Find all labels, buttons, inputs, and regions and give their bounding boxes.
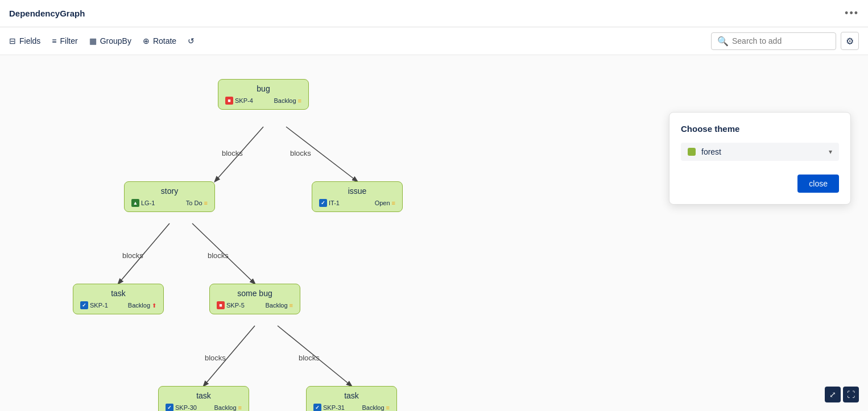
up-icon-task1: ⬆ [152, 302, 156, 309]
more-menu-button[interactable]: ••• [845, 7, 859, 19]
badge-icon-blue: ✓ [319, 199, 327, 207]
fields-label: Fields [19, 36, 40, 45]
svg-line-3 [192, 223, 255, 284]
filter-button[interactable]: ≡ Filter [52, 34, 77, 48]
svg-line-5 [278, 326, 352, 386]
node-somebug-title: some bug [217, 289, 293, 298]
node-task2-badge: ✓ SKP-30 [166, 404, 197, 411]
node-task2-id: SKP-30 [175, 404, 197, 411]
toolbar-right: 🔍 ⚙ [711, 32, 859, 50]
toolbar: ⊟ Fields ≡ Filter ▦ GroupBy ⊕ Rotate ↺ 🔍… [0, 27, 868, 55]
groupby-button[interactable]: ▦ GroupBy [89, 34, 131, 48]
badge-icon-blue-task2: ✓ [166, 404, 173, 411]
edge-label-bug-story: blocks [222, 149, 243, 157]
badge-icon-blue-task3: ✓ [313, 404, 321, 411]
node-task2-footer: ✓ SKP-30 Backlog ≡ [166, 404, 242, 411]
node-bug-id: SKP-4 [235, 97, 253, 104]
node-bug-title: bug [225, 84, 301, 93]
node-bug-status-text: Backlog [274, 97, 296, 104]
node-task3[interactable]: task ✓ SKP-31 Backlog ≡ [306, 386, 397, 411]
theme-panel-title: Choose theme [681, 124, 839, 134]
node-task2[interactable]: task ✓ SKP-30 Backlog ≡ [158, 386, 249, 411]
node-task2-status-text: Backlog [214, 404, 236, 411]
node-bug-status: Backlog ≡ [274, 97, 301, 104]
node-task3-status: Backlog ≡ [362, 404, 390, 411]
refresh-icon: ↺ [188, 36, 195, 45]
node-issue-status-text: Open [375, 200, 390, 206]
fullscreen-button[interactable]: ⛶ [843, 387, 859, 402]
header: DependencyGraph ••• [0, 0, 868, 27]
close-button[interactable]: close [797, 175, 839, 193]
node-task3-badge: ✓ SKP-31 [313, 404, 345, 411]
node-task1-status: Backlog ⬆ [128, 302, 156, 309]
theme-color-dot [688, 148, 696, 156]
chevron-down-icon: ▾ [829, 148, 832, 156]
zoom-controls: ⤢ ⛶ [825, 387, 859, 402]
graph-canvas: blocks blocks blocks blocks blocks block… [0, 55, 868, 411]
lines-icon-issue: ≡ [392, 200, 395, 206]
fields-button[interactable]: ⊟ Fields [9, 34, 40, 48]
lines-icon-task3: ≡ [386, 404, 390, 411]
node-bug[interactable]: bug ■ SKP-4 Backlog ≡ [218, 79, 309, 110]
svg-line-2 [118, 223, 170, 284]
node-story-title: story [131, 186, 208, 196]
node-task2-title: task [166, 391, 242, 400]
node-somebug-status: Backlog ≡ [265, 302, 293, 309]
node-story[interactable]: story ▲ LG-1 To Do ≡ [124, 181, 215, 212]
badge-icon-green: ▲ [131, 199, 139, 207]
lines-icon-task2: ≡ [238, 404, 242, 411]
lines-icon-story: ≡ [204, 200, 208, 206]
node-issue-badge: ✓ IT-1 [319, 199, 340, 207]
node-task1-badge: ✓ SKP-1 [80, 301, 108, 309]
node-story-footer: ▲ LG-1 To Do ≡ [131, 199, 208, 207]
fields-icon: ⊟ [9, 36, 16, 45]
node-issue[interactable]: issue ✓ IT-1 Open ≡ [312, 181, 403, 212]
header-left: DependencyGraph [9, 9, 85, 18]
node-somebug[interactable]: some bug ■ SKP-5 Backlog ≡ [209, 284, 300, 314]
badge-icon-red-somebug: ■ [217, 301, 225, 309]
refresh-button[interactable]: ↺ [188, 34, 195, 48]
node-issue-id: IT-1 [329, 200, 340, 206]
node-bug-badge: ■ SKP-4 [225, 97, 253, 105]
node-story-id: LG-1 [141, 200, 155, 206]
node-task3-id: SKP-31 [323, 404, 345, 411]
search-box[interactable]: 🔍 [711, 32, 836, 50]
node-somebug-id: SKP-5 [226, 302, 245, 309]
node-story-status-text: To Do [186, 200, 202, 206]
edge-label-story-somebug: blocks [208, 251, 229, 260]
theme-select-label: forest [701, 147, 823, 156]
lines-icon-somebug: ≡ [290, 302, 293, 309]
search-icon: 🔍 [717, 36, 729, 47]
node-story-badge: ▲ LG-1 [131, 199, 155, 207]
edge-label-somebug-task2: blocks [205, 354, 226, 362]
lines-icon: ≡ [298, 97, 301, 104]
node-task1[interactable]: task ✓ SKP-1 Backlog ⬆ [73, 284, 164, 314]
node-task3-title: task [313, 391, 390, 400]
edges-svg [0, 55, 868, 411]
node-story-status: To Do ≡ [186, 200, 208, 206]
node-task1-id: SKP-1 [90, 302, 108, 309]
badge-icon-red: ■ [225, 97, 233, 105]
svg-line-4 [204, 326, 255, 386]
settings-button[interactable]: ⚙ [841, 32, 859, 50]
page-title: DependencyGraph [9, 9, 85, 18]
groupby-icon: ▦ [89, 36, 97, 45]
search-input[interactable] [732, 36, 830, 45]
node-issue-footer: ✓ IT-1 Open ≡ [319, 199, 395, 207]
expand-button[interactable]: ⤢ [825, 387, 841, 402]
theme-select-row[interactable]: forest ▾ [681, 143, 839, 161]
edge-label-somebug-task3: blocks [299, 354, 320, 362]
node-task3-footer: ✓ SKP-31 Backlog ≡ [313, 404, 390, 411]
node-task2-status: Backlog ≡ [214, 404, 242, 411]
node-somebug-footer: ■ SKP-5 Backlog ≡ [217, 301, 293, 309]
gear-icon: ⚙ [846, 36, 854, 47]
node-task1-footer: ✓ SKP-1 Backlog ⬆ [80, 301, 156, 309]
rotate-button[interactable]: ⊕ Rotate [143, 34, 176, 48]
node-task3-status-text: Backlog [362, 404, 384, 411]
node-bug-footer: ■ SKP-4 Backlog ≡ [225, 97, 301, 105]
node-somebug-badge: ■ SKP-5 [217, 301, 245, 309]
edge-label-bug-issue: blocks [290, 149, 311, 157]
filter-icon: ≡ [52, 36, 56, 45]
node-somebug-status-text: Backlog [265, 302, 287, 309]
node-issue-status: Open ≡ [375, 200, 395, 206]
